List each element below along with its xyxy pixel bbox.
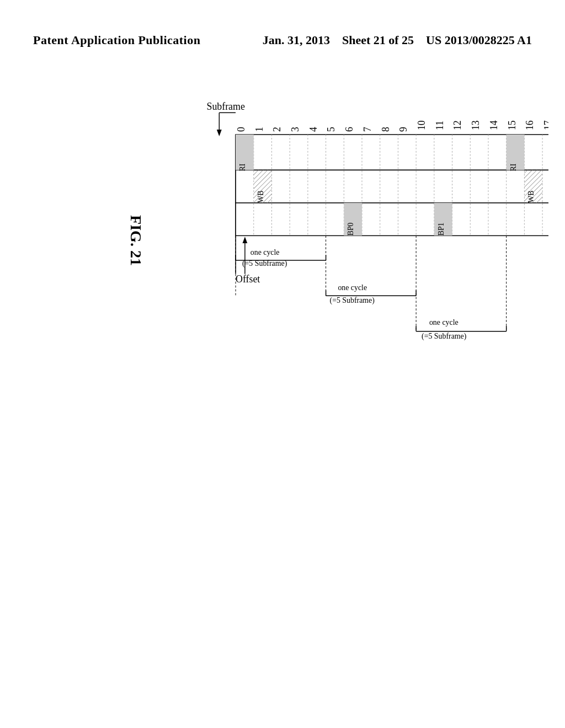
diagram-svg: text { font-family: 'Times New Roman', s… [177,77,548,684]
header-left: Patent Application Publication [33,33,200,47]
cycle3-sublabel: (=5 Subframe) [422,332,466,341]
col-7: 7 [362,127,373,132]
header-right: Jan. 31, 2013 Sheet 21 of 25 US 2013/002… [263,33,532,47]
col-11: 11 [434,121,445,130]
bp1-label: BP1 [437,222,445,235]
figure-label: FIG. 21 [127,215,145,266]
header-date: Jan. 31, 2013 [263,33,330,47]
cycle1-sublabel: (=5 Subframe) [242,259,287,268]
ri-col15: RI [509,163,518,171]
col-6: 6 [344,127,355,132]
col-17: 17 [542,120,548,130]
cycle2-label: one cycle [338,283,367,292]
patent-title: Patent Application Publication [33,33,200,47]
svg-rect-5 [236,170,548,202]
wb-col1: WB [257,191,265,203]
diagram-container: text { font-family: 'Times New Roman', s… [177,77,548,684]
col-14: 14 [488,120,499,130]
col-13: 13 [470,120,481,130]
ri-col0: RI [238,163,247,171]
col-8: 8 [380,127,391,132]
col-2: 2 [271,127,282,132]
header-patent: US 2013/0028225 A1 [426,33,532,47]
col-3: 3 [290,127,301,132]
page-header: Patent Application Publication Jan. 31, … [0,33,565,47]
offset-label: Offset [236,274,260,285]
col-4: 4 [308,127,319,132]
wb-col16: WB [527,191,535,203]
col-12: 12 [452,120,463,130]
svg-rect-4 [236,135,548,170]
svg-rect-6 [236,203,548,235]
col-1: 1 [254,127,265,132]
cycle1-label: one cycle [250,248,280,256]
col-0: 0 [236,127,247,132]
col-5: 5 [326,127,337,132]
cycle2-sublabel: (=5 Subframe) [330,296,375,305]
col-9: 9 [398,127,409,132]
col-15: 15 [507,120,518,130]
cycle3-label: one cycle [429,318,459,326]
header-sheet: Sheet 21 of 25 [342,33,414,47]
subframe-text: Subframe [207,101,245,112]
col-16: 16 [524,120,535,130]
col-10: 10 [416,120,427,130]
bp0-label: BP0 [347,222,355,235]
